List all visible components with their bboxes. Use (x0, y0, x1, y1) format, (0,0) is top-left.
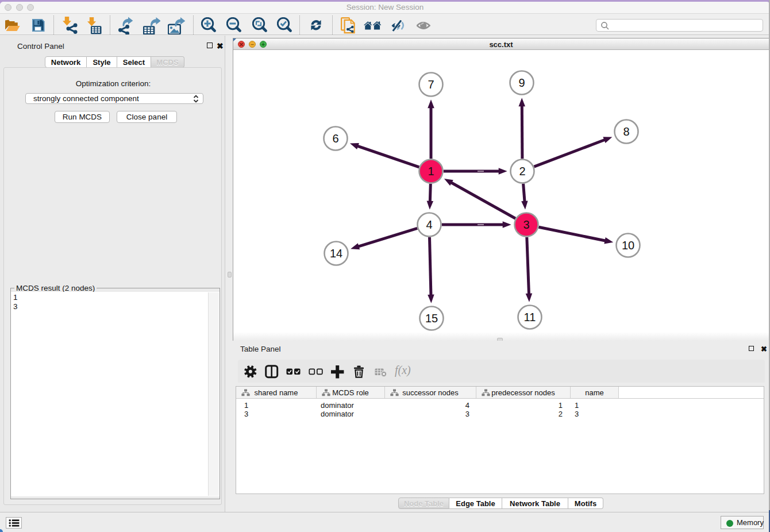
svg-text:15: 15 (425, 312, 438, 325)
svg-text:8: 8 (623, 125, 629, 138)
svg-text:4: 4 (426, 218, 432, 231)
svg-text:10: 10 (622, 239, 634, 252)
svg-text:9: 9 (518, 76, 525, 89)
svg-text:2: 2 (519, 165, 525, 178)
svg-text:6: 6 (332, 132, 338, 145)
svg-text:1: 1 (428, 165, 434, 178)
svg-text:3: 3 (523, 218, 529, 231)
svg-text:11: 11 (524, 311, 536, 323)
svg-text:14: 14 (330, 247, 342, 260)
svg-text:7: 7 (428, 78, 434, 91)
